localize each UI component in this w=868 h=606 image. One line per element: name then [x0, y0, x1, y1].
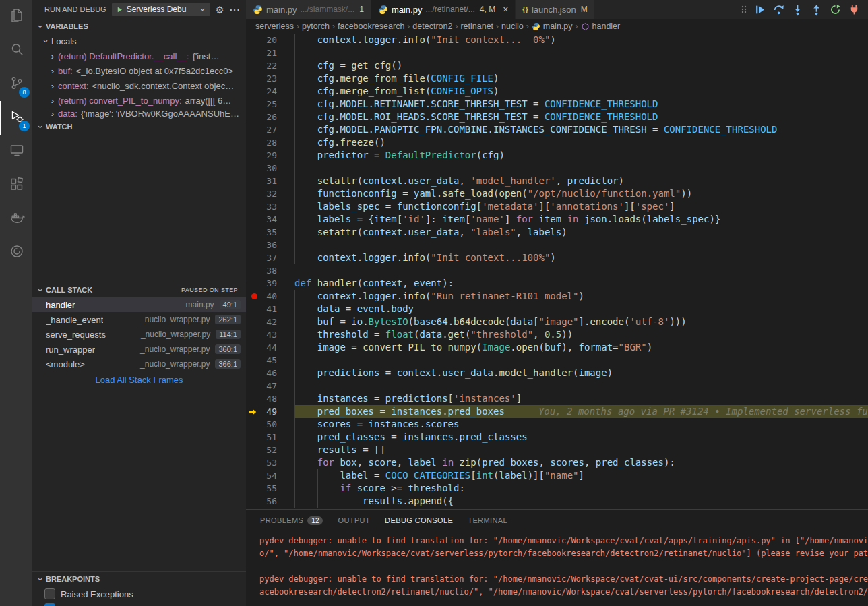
activity-item-run-and-debug[interactable]: 1	[0, 101, 32, 135]
debug-disconnect-button[interactable]	[848, 4, 860, 16]
debug-step-over-button[interactable]	[773, 4, 784, 16]
line-number[interactable]: 40	[266, 290, 277, 303]
line-number[interactable]: 43	[266, 328, 277, 341]
code-line[interactable]: 44image = convert_PIL_to_numpy(Image.ope…	[246, 341, 868, 354]
debug-restart-button[interactable]	[830, 4, 841, 16]
line-number[interactable]: 28	[266, 136, 277, 149]
drag-grip-icon[interactable]	[741, 4, 747, 15]
panel-tab-debug-console[interactable]: DEBUG CONSOLE	[377, 510, 460, 531]
activity-item-search[interactable]	[0, 34, 32, 67]
gutter[interactable]: 52	[246, 444, 294, 456]
gutter[interactable]: 29	[246, 149, 294, 162]
variable-row[interactable]: ›(return) convert_PIL_to_numpy:array([[[…	[32, 93, 246, 108]
gutter[interactable]: 36	[246, 239, 294, 251]
line-number[interactable]: 34	[266, 213, 277, 226]
variable-row[interactable]: ›buf:<_io.BytesIO object at 0x7f5a2dc1ec…	[32, 63, 246, 78]
load-all-stack-frames-link[interactable]: Load All Stack Frames	[32, 375, 246, 385]
code-line[interactable]: 21	[246, 47, 868, 59]
line-number[interactable]: 54	[266, 469, 277, 482]
stack-frame[interactable]: handlermain.py49:1	[32, 297, 246, 312]
stack-frame[interactable]: _handle_event_nuclio_wrapper.py262:1	[32, 312, 246, 327]
code-line[interactable]: 20context.logger.info("Init context... 0…	[246, 34, 868, 47]
stack-frame[interactable]: run_wrapper_nuclio_wrapper.py360:1	[32, 342, 246, 357]
panel-tab-problems[interactable]: PROBLEMS12	[253, 510, 330, 531]
chevron-right-icon[interactable]: ›	[47, 51, 58, 61]
gutter[interactable]: 37	[246, 251, 294, 264]
line-number[interactable]: 47	[266, 380, 277, 392]
code-line[interactable]: 47	[246, 380, 868, 392]
activity-item-remote-explorer[interactable]	[0, 135, 32, 169]
line-number[interactable]: 30	[266, 162, 277, 175]
gutter[interactable]: 22	[246, 59, 294, 72]
code-line[interactable]: 27cfg.MODEL.PANOPTIC_FPN.COMBINE.INSTANC…	[246, 123, 868, 136]
breadcrumb-item[interactable]: nuclio	[501, 22, 524, 31]
code-line[interactable]: 43threshold = float(data.get("threshold"…	[246, 328, 868, 341]
more-actions-icon[interactable]: ···	[230, 5, 241, 14]
code-line[interactable]: 49pred_boxes = instances.pred_boxesYou, …	[246, 405, 868, 418]
code-line[interactable]: 38	[246, 264, 868, 277]
code-line[interactable]: 39def handler(context, event):	[246, 277, 868, 290]
code-line[interactable]: 56results.append({	[246, 495, 868, 508]
line-number[interactable]: 27	[266, 123, 277, 136]
breadcrumb-item[interactable]: main.py	[532, 22, 573, 31]
gutter[interactable]: 50	[246, 418, 294, 431]
debug-console-output[interactable]: pydev debugger: unable to find translati…	[246, 531, 868, 599]
variable-row[interactable]: ›context:<nuclio_sdk.context.Context obj…	[32, 78, 246, 93]
line-number[interactable]: 52	[266, 444, 277, 456]
breadcrumb-item[interactable]: pytorch	[302, 22, 330, 31]
code-line[interactable]: 51pred_classes = instances.pred_classes	[246, 431, 868, 444]
call-stack-section-header[interactable]: ›CALL STACKPAUSED ON STEP	[32, 282, 246, 297]
gutter[interactable]: 25	[246, 98, 294, 111]
activity-item-extensions[interactable]	[0, 169, 32, 202]
code-line[interactable]: 28cfg.freeze()	[246, 136, 868, 149]
code-line[interactable]: 30	[246, 162, 868, 175]
start-debugging-icon[interactable]	[116, 6, 123, 13]
gutter[interactable]: 38	[246, 264, 294, 277]
code-line[interactable]: 40context.logger.info("Run retinanet-R10…	[246, 290, 868, 303]
gutter[interactable]: 54	[246, 469, 294, 482]
editor-tab[interactable]: main.py.../siammask/...1	[246, 0, 371, 19]
variable-row[interactable]: ›data:{'image': 'iVBORw0KGgoAAAANSUhE…	[32, 108, 246, 119]
code-line[interactable]: 52results = []	[246, 444, 868, 456]
code-line[interactable]: 37context.logger.info("Init context...10…	[246, 251, 868, 264]
code-line[interactable]: 41data = event.body	[246, 303, 868, 315]
panel-tab-output[interactable]: OUTPUT	[330, 510, 377, 531]
gutter[interactable]: 24	[246, 85, 294, 98]
activity-item-explorer[interactable]	[0, 0, 32, 34]
code-line[interactable]: 55if score >= threshold:	[246, 482, 868, 495]
breadcrumb-item[interactable]: serverless	[255, 22, 294, 31]
activity-item-live-share[interactable]	[0, 236, 32, 270]
panel-tab-terminal[interactable]: TERMINAL	[460, 510, 515, 531]
line-number[interactable]: 51	[266, 431, 277, 444]
line-number[interactable]: 44	[266, 341, 277, 354]
scope-locals[interactable]: ›Locals	[32, 34, 246, 49]
gutter[interactable]: 35	[246, 226, 294, 239]
gutter[interactable]: 31	[246, 175, 294, 187]
chevron-right-icon[interactable]: ›	[47, 81, 58, 91]
editor-tab[interactable]: {}launch.jsonM	[516, 0, 594, 19]
line-number[interactable]: 48	[266, 392, 277, 405]
code-line[interactable]: 54label = COCO_CATEGORIES[int(label)]["n…	[246, 469, 868, 482]
gutter[interactable]: 30	[246, 162, 294, 175]
code-line[interactable]: 32functionconfig = yaml.safe_load(open("…	[246, 187, 868, 200]
breakpoint-item[interactable]: ✓Uncaught Exceptions	[32, 601, 246, 606]
gutter[interactable]: 44	[246, 341, 294, 354]
line-number[interactable]: 25	[266, 98, 277, 111]
code-line[interactable]: 25cfg.MODEL.RETINANET.SCORE_THRESH_TEST …	[246, 98, 868, 111]
gutter[interactable]: 34	[246, 213, 294, 226]
code-editor[interactable]: 20context.logger.info("Init context... 0…	[246, 34, 868, 509]
code-line[interactable]: 53for box, score, label in zip(pred_boxe…	[246, 456, 868, 469]
breakpoint-item[interactable]: Raised Exceptions	[32, 586, 246, 601]
code-line[interactable]: 33labels_spec = functionconfig['metadata…	[246, 200, 868, 213]
line-number[interactable]: 53	[266, 456, 277, 469]
watch-section-header[interactable]: ›WATCH	[32, 119, 246, 134]
code-line[interactable]: 23cfg.merge_from_file(CONFIG_FILE)	[246, 72, 868, 85]
line-number[interactable]: 49	[266, 405, 277, 418]
code-line[interactable]: 35setattr(context.user_data, "labels", l…	[246, 226, 868, 239]
gutter[interactable]: 41	[246, 303, 294, 315]
gutter[interactable]: 48	[246, 392, 294, 405]
gutter[interactable]: 49	[246, 405, 294, 418]
line-number[interactable]: 35	[266, 226, 277, 239]
line-number[interactable]: 31	[266, 175, 277, 187]
gutter[interactable]: 55	[246, 482, 294, 495]
